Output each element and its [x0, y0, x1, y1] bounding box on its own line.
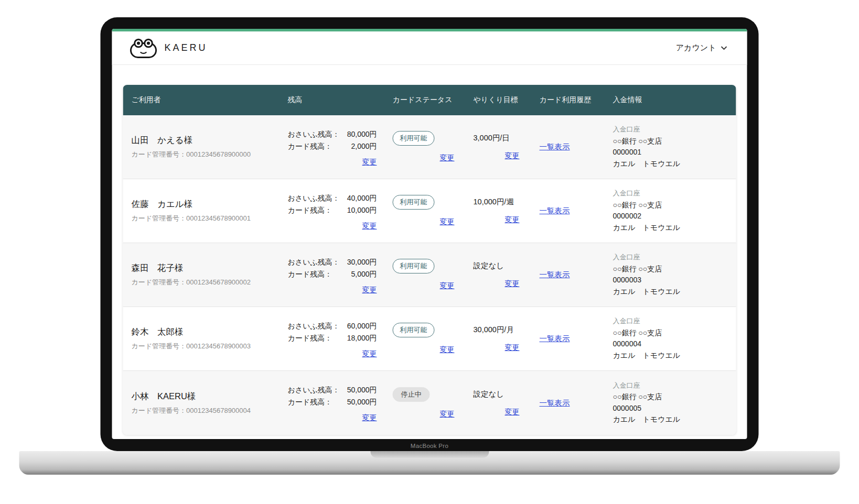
- account-holder: カエル トモウエル: [613, 414, 736, 425]
- account-holder: カエル トモウエル: [613, 350, 736, 361]
- account-menu-label: アカウント: [676, 43, 716, 53]
- goal-value: 30,000円/月: [474, 325, 514, 335]
- status-cell: 利用可能 変更: [393, 131, 474, 163]
- card-number-value: 00012345678900003: [186, 342, 251, 350]
- user-cell: 山田 かえる様 カード管理番号：00012345678900000: [123, 135, 288, 159]
- user-name: 山田 かえる様: [132, 135, 288, 146]
- account-number: 0000004: [613, 338, 736, 350]
- card-balance-value: 5,000円: [351, 270, 377, 279]
- card-number-label: カード管理番号：: [132, 342, 187, 350]
- user-name: 鈴木 太郎様: [132, 326, 288, 338]
- goal-cell: 10,000円/週 変更: [474, 197, 540, 225]
- wallet-balance-value: 40,000円: [347, 194, 377, 203]
- card-number-value: 00012345678900001: [186, 214, 251, 222]
- card-number-label: カード管理番号：: [132, 214, 187, 222]
- table-header-row: ご利用者 残高 カードステータス やりくり目標 カード利用履歴 入金情報: [123, 85, 736, 115]
- change-status-link[interactable]: 変更: [440, 410, 455, 419]
- bank-name: ○○銀行 ○○支店: [613, 200, 736, 211]
- main-content: ご利用者 残高 カードステータス やりくり目標 カード利用履歴 入金情報 山田 …: [112, 65, 747, 435]
- account-number: 0000001: [613, 147, 736, 158]
- change-balance-link[interactable]: 変更: [288, 286, 377, 295]
- bank-name: ○○銀行 ○○支店: [613, 391, 736, 403]
- goal-value: 設定なし: [474, 389, 504, 399]
- column-header-card-status: カードステータス: [393, 95, 474, 105]
- status-badge: 停止中: [393, 387, 430, 402]
- wallet-balance-label: おさいふ残高：: [288, 258, 340, 267]
- goal-cell: 設定なし 変更: [474, 389, 540, 417]
- brand-name: KAERU: [165, 42, 208, 53]
- card-balance-value: 18,000円: [347, 334, 377, 343]
- change-status-link[interactable]: 変更: [440, 281, 455, 291]
- laptop-screen-frame: KAERU アカウント ご利用者 残高 カードステータス やりくり目標 カード利…: [101, 17, 759, 451]
- deposit-account-label: 入金口座: [613, 124, 736, 135]
- change-goal-link[interactable]: 変更: [505, 151, 520, 161]
- user-cell: 小林 KAERU様 カード管理番号：00012345678900004: [123, 391, 288, 415]
- wallet-balance-label: おさいふ残高：: [288, 194, 340, 203]
- card-number: カード管理番号：00012345678900003: [132, 342, 288, 351]
- deposit-account-label: 入金口座: [613, 188, 736, 199]
- card-number-value: 00012345678900002: [186, 278, 251, 286]
- balance-cell: おさいふ残高：60,000円 カード残高：18,000円 変更: [288, 319, 393, 359]
- usage-history-link[interactable]: 一覧表示: [540, 206, 570, 215]
- change-balance-link[interactable]: 変更: [288, 413, 377, 423]
- usage-history-link[interactable]: 一覧表示: [540, 143, 570, 151]
- change-goal-link[interactable]: 変更: [505, 279, 520, 289]
- column-header-balance: 残高: [288, 95, 393, 105]
- user-name: 森田 花子様: [132, 262, 288, 274]
- change-balance-link[interactable]: 変更: [288, 222, 377, 231]
- account-number: 0000002: [613, 211, 736, 222]
- wallet-balance-label: おさいふ残高：: [288, 386, 340, 395]
- goal-value: 設定なし: [474, 261, 504, 271]
- change-balance-link[interactable]: 変更: [288, 158, 377, 167]
- change-status-link[interactable]: 変更: [440, 345, 455, 355]
- status-cell: 利用可能 変更: [393, 195, 474, 227]
- history-cell: 一覧表示: [540, 398, 613, 408]
- deposit-account-label: 入金口座: [613, 252, 736, 262]
- status-cell: 利用可能 変更: [393, 323, 474, 355]
- status-badge: 利用可能: [393, 195, 435, 210]
- card-balance-value: 10,000円: [347, 206, 377, 215]
- card-balance-label: カード残高：: [288, 142, 332, 151]
- usage-history-link[interactable]: 一覧表示: [540, 334, 570, 343]
- app-header: KAERU アカウント: [112, 31, 747, 65]
- card-number-label: カード管理番号：: [132, 278, 187, 286]
- bank-name: ○○銀行 ○○支店: [613, 264, 736, 275]
- change-goal-link[interactable]: 変更: [505, 343, 520, 353]
- change-status-link[interactable]: 変更: [440, 154, 455, 163]
- user-cell: 森田 花子様 カード管理番号：00012345678900002: [123, 262, 288, 287]
- card-balance-label: カード残高：: [288, 206, 332, 215]
- status-cell: 利用可能 変更: [393, 259, 474, 291]
- card-number: カード管理番号：00012345678900002: [132, 278, 288, 287]
- chevron-down-icon: [721, 46, 727, 50]
- card-balance-label: カード残高：: [288, 270, 332, 279]
- wallet-balance-label: おさいふ残高：: [288, 130, 340, 139]
- history-cell: 一覧表示: [540, 334, 613, 344]
- account-menu[interactable]: アカウント: [676, 43, 727, 53]
- table-row: 佐藤 カエル様 カード管理番号：00012345678900001 おさいふ残高…: [123, 179, 736, 243]
- wallet-balance-value: 50,000円: [347, 386, 377, 395]
- table-row: 小林 KAERU様 カード管理番号：00012345678900004 おさいふ…: [123, 371, 736, 435]
- laptop-base: [19, 451, 840, 475]
- change-status-link[interactable]: 変更: [440, 217, 455, 227]
- frog-icon: [130, 38, 158, 59]
- bank-name: ○○銀行 ○○支店: [613, 327, 736, 339]
- card-number: カード管理番号：00012345678900000: [132, 150, 288, 159]
- card-balance-value: 50,000円: [347, 398, 377, 407]
- wallet-balance-value: 60,000円: [347, 322, 377, 331]
- change-goal-link[interactable]: 変更: [505, 215, 520, 225]
- status-cell: 停止中 変更: [393, 387, 474, 419]
- change-goal-link[interactable]: 変更: [505, 408, 520, 417]
- wallet-balance-label: おさいふ残高：: [288, 322, 340, 331]
- table-row: 森田 花子様 カード管理番号：00012345678900002 おさいふ残高：…: [123, 243, 736, 307]
- deposit-cell: 入金口座 ○○銀行 ○○支店 0000001 カエル トモウエル: [613, 124, 736, 169]
- usage-history-link[interactable]: 一覧表示: [540, 399, 570, 407]
- goal-cell: 30,000円/月 変更: [474, 325, 540, 353]
- card-number-label: カード管理番号：: [132, 150, 187, 158]
- goal-cell: 3,000円/日 変更: [474, 133, 540, 161]
- change-balance-link[interactable]: 変更: [288, 349, 377, 359]
- column-header-history: カード利用履歴: [540, 95, 613, 105]
- usage-history-link[interactable]: 一覧表示: [540, 270, 570, 279]
- status-badge: 利用可能: [393, 259, 435, 273]
- deposit-account-label: 入金口座: [613, 380, 736, 391]
- wallet-balance-value: 30,000円: [347, 258, 377, 267]
